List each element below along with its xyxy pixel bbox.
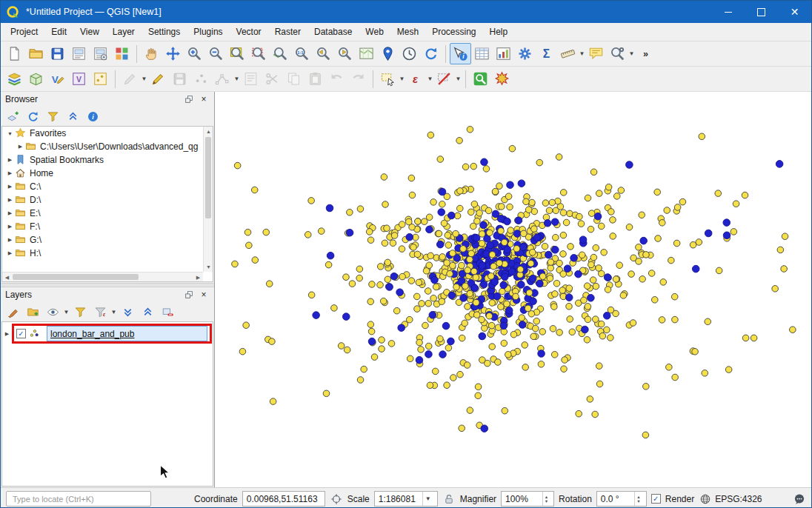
- remove-layer[interactable]: [158, 302, 177, 321]
- deselect-features-dropdown-icon[interactable]: ▼: [455, 76, 462, 82]
- new-print-layout[interactable]: [68, 43, 90, 64]
- new-virtual-layer[interactable]: V: [68, 68, 90, 90]
- identify-features[interactable]: i: [450, 43, 471, 64]
- filter-by-expression-dropdown-icon[interactable]: ▼: [110, 309, 117, 315]
- browser-item-spatial-bookmarks[interactable]: ▶Spatial Bookmarks: [2, 153, 203, 167]
- current-edits-dropdown-icon[interactable]: ▼: [141, 76, 147, 82]
- measure-line[interactable]: [557, 43, 579, 64]
- scroll-up-icon[interactable]: ▲: [204, 127, 213, 136]
- lock-scale-icon[interactable]: [442, 492, 456, 506]
- add-group[interactable]: [23, 302, 42, 321]
- zoom-full[interactable]: [227, 43, 248, 64]
- data-source-manager[interactable]: [4, 68, 25, 90]
- expand-all[interactable]: [118, 302, 137, 321]
- browser-item-home[interactable]: ▶Home: [2, 167, 203, 180]
- browser-item-c-users-user-downloads-advanced-qg[interactable]: ▶C:\Users\User\Downloads\advanced_qg: [2, 140, 203, 153]
- layer-name[interactable]: london_bar_and_pub: [47, 326, 207, 341]
- zoom-to-selection[interactable]: [248, 43, 270, 64]
- menu-item-mesh[interactable]: Mesh: [390, 24, 425, 39]
- measure-line-dropdown-icon[interactable]: ▼: [579, 50, 585, 57]
- new-shapefile-layer[interactable]: V: [47, 68, 68, 90]
- refresh-browser[interactable]: [23, 107, 42, 126]
- zoom-next[interactable]: [334, 43, 356, 64]
- filter-by-expression[interactable]: ε: [90, 302, 110, 321]
- scrollbar-thumb-h[interactable]: [13, 274, 139, 280]
- layer-row[interactable]: ▶ ✓ london_bar_and_pub: [2, 324, 213, 344]
- add-selected-layers[interactable]: [3, 107, 22, 126]
- magnifier-spinbox[interactable]: 100% ▲▼: [501, 491, 554, 507]
- collapse-all-layers[interactable]: [138, 302, 157, 321]
- expander-icon[interactable]: ▶: [5, 224, 15, 230]
- plugin-tool[interactable]: [491, 68, 513, 90]
- show-statistics[interactable]: Σ: [536, 43, 557, 64]
- new-temporary-scratch-layer[interactable]: [90, 68, 111, 90]
- browser-item-c[interactable]: ▶C:\: [2, 180, 203, 193]
- menu-item-layer[interactable]: Layer: [106, 24, 142, 39]
- menu-item-view[interactable]: View: [73, 24, 106, 39]
- menu-item-plugins[interactable]: Plugins: [187, 24, 229, 39]
- render-checkbox[interactable]: ✓: [651, 494, 661, 504]
- open-layer-styling[interactable]: [3, 302, 22, 321]
- float-panel-icon[interactable]: [183, 93, 195, 105]
- select-by-expression-dropdown-icon[interactable]: ▼: [427, 76, 433, 82]
- zoom-to-native-resolution[interactable]: 1:1: [291, 43, 313, 64]
- browser-item-h[interactable]: ▶H:\: [2, 247, 203, 260]
- deselect-features[interactable]: [433, 68, 455, 90]
- save-project[interactable]: [47, 43, 68, 64]
- scale-dropdown-icon[interactable]: ▼: [422, 492, 433, 506]
- expander-icon[interactable]: ▶: [5, 184, 15, 190]
- toolbar-overflow[interactable]: »: [635, 43, 656, 64]
- magnifier-spin-icons[interactable]: ▲▼: [542, 492, 550, 506]
- menu-item-edit[interactable]: Edit: [44, 24, 73, 39]
- pan-map-to-selection[interactable]: [162, 43, 184, 64]
- browser-item-g[interactable]: ▶G:\: [2, 233, 203, 247]
- new-map-view[interactable]: [356, 43, 377, 64]
- menu-item-vector[interactable]: Vector: [230, 24, 268, 39]
- pan-map[interactable]: [141, 43, 162, 64]
- style-manager[interactable]: [111, 43, 133, 64]
- layer-checkbox[interactable]: ✓: [16, 329, 26, 338]
- scale-combo[interactable]: 1:186081 ▼: [374, 491, 438, 507]
- processing-toolbox[interactable]: [514, 43, 536, 64]
- minimize-button[interactable]: [711, 1, 745, 23]
- horizontal-scrollbar[interactable]: ◀ ▶: [2, 272, 203, 281]
- menu-item-processing[interactable]: Processing: [425, 24, 482, 39]
- select-features-dropdown-icon[interactable]: ▼: [399, 76, 405, 82]
- new-spatial-bookmark[interactable]: [377, 43, 399, 64]
- scroll-right-icon[interactable]: ▶: [193, 273, 203, 282]
- open-attribute-table[interactable]: [471, 43, 493, 64]
- vertical-scrollbar[interactable]: ▲ ▼: [203, 127, 213, 272]
- expander-icon[interactable]: ▶: [5, 250, 15, 256]
- manage-map-themes[interactable]: [43, 302, 62, 321]
- rotation-spin-icons[interactable]: ▲▼: [634, 492, 642, 506]
- vertex-tool-dropdown-icon[interactable]: ▼: [233, 76, 240, 82]
- menu-item-help[interactable]: Help: [483, 24, 515, 39]
- zoom-last[interactable]: [313, 43, 334, 64]
- browser-item-favorites[interactable]: ▼Favorites: [2, 127, 203, 140]
- properties-info[interactable]: i: [83, 107, 102, 126]
- temporal-controller[interactable]: [399, 43, 420, 64]
- filter-browser[interactable]: [43, 107, 62, 126]
- zoom-out[interactable]: [205, 43, 227, 64]
- new-geopackage-layer[interactable]: [25, 68, 47, 90]
- expander-icon[interactable]: ▶: [5, 170, 15, 176]
- select-by-expression[interactable]: ε: [405, 68, 427, 90]
- float-panel-icon[interactable]: [183, 289, 195, 301]
- expander-icon[interactable]: ▶: [5, 197, 15, 203]
- close-panel-icon[interactable]: ×: [198, 289, 210, 301]
- expander-icon[interactable]: ▶: [5, 210, 15, 216]
- zoom-to-layer[interactable]: [270, 43, 291, 64]
- menu-item-settings[interactable]: Settings: [142, 24, 187, 39]
- search-settings-dropdown-icon[interactable]: ▼: [628, 50, 635, 57]
- crs-button[interactable]: EPSG:4326: [699, 492, 762, 506]
- scrollbar-thumb[interactable]: [205, 137, 211, 218]
- browser-item-f[interactable]: ▶F:\: [2, 220, 203, 233]
- close-panel-icon[interactable]: ×: [198, 93, 210, 105]
- manage-map-themes-dropdown-icon[interactable]: ▼: [63, 309, 70, 315]
- open-project[interactable]: [25, 43, 47, 64]
- menu-item-web[interactable]: Web: [359, 24, 390, 39]
- coordinate-value[interactable]: 0.00968,51.51163: [242, 491, 325, 507]
- extents-toggle-icon[interactable]: [330, 492, 343, 506]
- statistical-summary[interactable]: [493, 43, 514, 64]
- scroll-down-icon[interactable]: ▼: [204, 262, 213, 272]
